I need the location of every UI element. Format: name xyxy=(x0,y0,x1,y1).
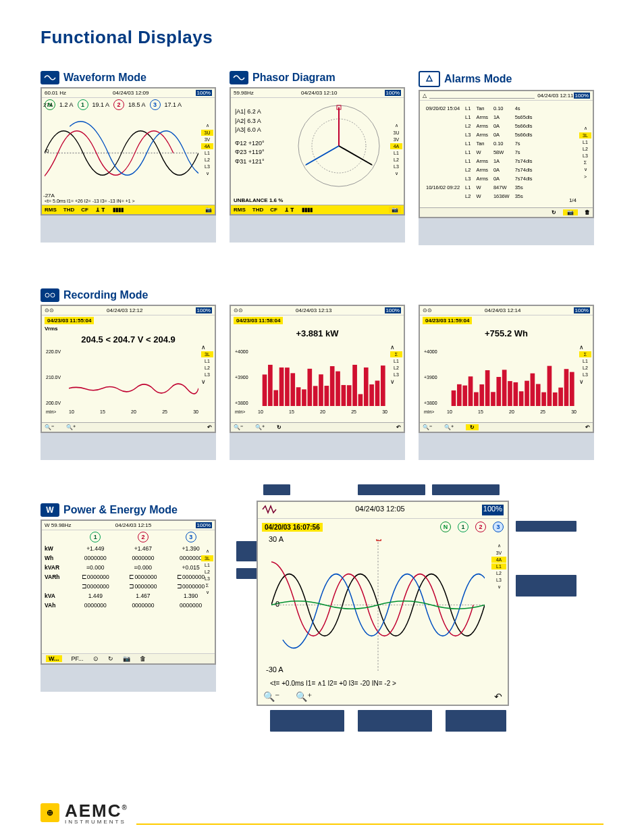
svg-rect-24 xyxy=(330,366,335,406)
svg-point-10 xyxy=(45,293,49,297)
svg-rect-13 xyxy=(268,365,273,406)
rec-zoomin-icon[interactable]: 🔍⁺ xyxy=(444,424,454,430)
aleg0: 3L xyxy=(579,132,591,138)
table-row: VARh⊏0000000⊏0000000⊏0000000 xyxy=(42,572,215,582)
al-trash-icon[interactable]: 🗑 xyxy=(585,209,590,215)
big-ts: 04/24/03 12:05 xyxy=(355,505,404,515)
pe-rec-icon[interactable]: ⊙ xyxy=(93,655,99,662)
big-bottombar: 🔍⁻ 🔍⁺ ↶ xyxy=(263,691,502,702)
cell: 09/20/02 15:04 xyxy=(424,105,462,112)
zoom-out-icon[interactable]: 🔍⁻ xyxy=(263,691,279,702)
svg-rect-51 xyxy=(547,366,552,406)
pleg2: 4A xyxy=(390,143,402,149)
cell: L1 xyxy=(463,149,473,156)
big-batt: 100% xyxy=(482,505,504,515)
cell: 4s xyxy=(513,105,535,112)
pe-trash-icon[interactable]: 🗑 xyxy=(140,655,146,662)
readout-1: 19.1 A xyxy=(92,101,110,108)
rec-zoomin-icon[interactable]: 🔍⁺ xyxy=(66,424,76,430)
peleg0: 3L xyxy=(201,555,213,561)
svg-rect-31 xyxy=(369,384,374,406)
cell xyxy=(424,166,462,174)
rec-title-bar: Recording Mode xyxy=(41,286,603,305)
svg-rect-35 xyxy=(457,384,462,406)
pbtn-rms[interactable]: RMS xyxy=(234,207,246,213)
rec-refresh-icon[interactable]: ↻ xyxy=(277,424,281,430)
rec-refresh-icon[interactable]: ↻ xyxy=(466,424,479,430)
wave-icon xyxy=(41,71,59,84)
readout-3: 17.1 A xyxy=(165,101,182,108)
rec-zoomout-icon[interactable]: 🔍⁻ xyxy=(45,424,54,430)
cell: 5s66dls xyxy=(513,131,535,138)
svg-rect-22 xyxy=(319,374,323,406)
cell: Arms xyxy=(474,122,490,130)
callout-5 xyxy=(516,575,576,597)
bleg1: 3V xyxy=(491,550,506,556)
btn-rms[interactable]: RMS xyxy=(45,207,57,213)
aleg2: L2 xyxy=(579,146,591,152)
pe-refresh-icon[interactable]: ↻ xyxy=(108,655,113,662)
table-row: kW+1.449+1.467+1.390 xyxy=(42,544,215,553)
rec-back-icon[interactable]: ↶ xyxy=(585,424,590,430)
rec-screen-1: ⊙⊙04/24/03 12:13100% 04/23/03 11:58:04 +… xyxy=(230,305,405,433)
rec-screen-0: ⊙⊙04/24/03 12:12100% 04/23/03 11:55:04 V… xyxy=(41,305,216,433)
rleg0-2: L2 xyxy=(201,365,213,371)
rec-panel-0: ⊙⊙04/24/03 12:12100% 04/23/03 11:55:04 V… xyxy=(41,305,216,460)
big-chart: 30 A 0 -30 A xyxy=(271,539,485,671)
btn-minmax[interactable]: ⫫⫪ xyxy=(95,207,106,213)
phasor-values: |A1| 6.2 A |A2| 6.3 A |A3| 6.0 A Φ12 +12… xyxy=(235,107,265,166)
table-row: L1Arms1A5s65dls xyxy=(424,113,535,121)
pbtn-cf[interactable]: CF xyxy=(270,207,277,213)
bleg2: 4A xyxy=(491,557,506,563)
phasor-chart xyxy=(295,102,383,190)
btn-cf[interactable]: CF xyxy=(81,207,88,213)
al-refresh-icon[interactable]: ↻ xyxy=(552,209,556,215)
pbtn-thd[interactable]: THD xyxy=(252,207,263,213)
big-ybot: -30 A xyxy=(266,665,284,674)
pbtn-bars-icon[interactable]: ▮▮▮▮ xyxy=(302,207,313,213)
pbtn-camera-icon[interactable]: 📷 xyxy=(389,207,401,213)
ph-freq: 59.98Hz xyxy=(234,90,254,96)
rec-screen-2: ⊙⊙04/24/03 12:14100% 04/23/03 11:59:04 +… xyxy=(419,305,594,433)
pbtn-minmax[interactable]: ⫫⫪ xyxy=(284,207,295,213)
callout-2 xyxy=(358,484,425,495)
cell: L1 xyxy=(463,157,473,165)
table-row: L3Arms0A7s74dls xyxy=(424,175,535,182)
btn-camera-icon[interactable]: 📷 xyxy=(205,207,212,213)
rec-zoomin-icon[interactable]: 🔍⁺ xyxy=(255,424,265,430)
callout-8 xyxy=(270,710,344,732)
rec-zoomout-icon[interactable]: 🔍⁻ xyxy=(423,424,432,430)
rec-zoomout-icon[interactable]: 🔍⁻ xyxy=(234,424,243,430)
al-camera-icon[interactable]: 📷 xyxy=(563,209,578,215)
svg-rect-39 xyxy=(479,384,484,406)
ph-shadow xyxy=(230,215,405,243)
rec-back-icon[interactable]: ↶ xyxy=(396,424,401,430)
back-icon[interactable]: ↶ xyxy=(494,691,502,702)
btn-thd[interactable]: THD xyxy=(63,207,74,213)
svg-rect-16 xyxy=(285,367,290,406)
ph-batt: 100% xyxy=(385,90,401,96)
pe-camera-icon[interactable]: 📷 xyxy=(123,655,130,662)
svg-rect-45 xyxy=(514,382,518,406)
zoom-in-icon[interactable]: 🔍⁺ xyxy=(296,691,312,702)
callout-3 xyxy=(432,484,500,495)
alarms-title: Alarms Mode xyxy=(444,73,512,85)
cell: Arms xyxy=(474,166,490,174)
pe-ts: 04/24/03 12:15 xyxy=(115,522,151,528)
bleg6: ∨ xyxy=(491,584,506,590)
pe-btn-pf[interactable]: PF... xyxy=(72,655,84,662)
rec-panel-2: ⊙⊙04/24/03 12:14100% 04/23/03 11:59:04 +… xyxy=(419,305,594,460)
col1-icon: 1 xyxy=(90,532,101,542)
pe-btn-w[interactable]: W... xyxy=(46,655,62,662)
pleg1: 3V xyxy=(390,136,402,143)
cell: 7s xyxy=(513,149,535,156)
svg-rect-40 xyxy=(485,370,490,406)
big-ytop: 30 A xyxy=(269,535,284,543)
rec-back-icon[interactable]: ↶ xyxy=(207,424,212,430)
table-row: L1W58W7s xyxy=(424,149,535,156)
btn-bars-icon[interactable]: ▮▮▮▮ xyxy=(113,207,124,213)
col2-icon: 2 xyxy=(138,532,149,542)
table-row: ⊐0000000⊐0000000⊐0000000 xyxy=(42,582,215,591)
pe-shadow xyxy=(41,665,216,692)
rleg1-1: L1 xyxy=(390,358,402,364)
